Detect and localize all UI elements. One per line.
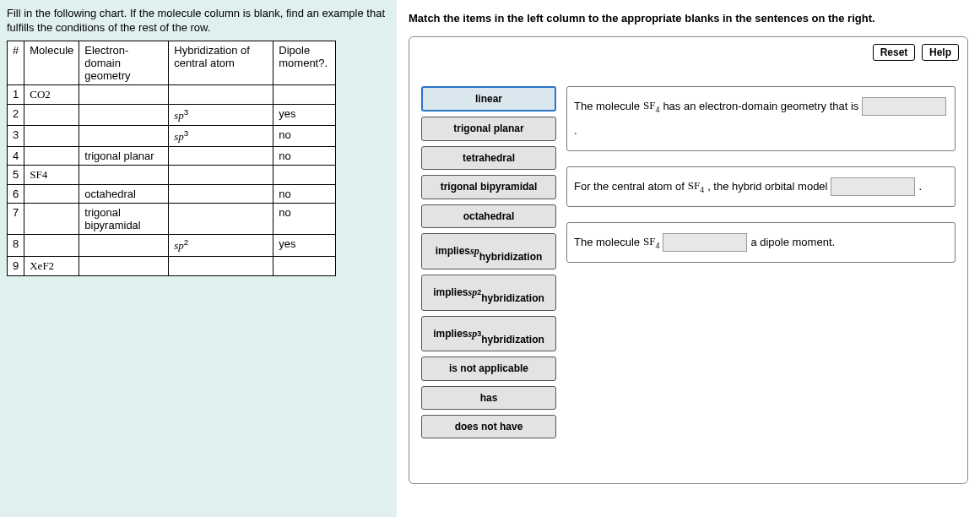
cell-num: 4 (8, 147, 24, 166)
cell-num: 6 (8, 185, 24, 204)
header-ed: Electron-domain geometry (79, 41, 169, 84)
cell-dip: yes (273, 235, 336, 256)
cell-dip (273, 166, 336, 185)
chart-table: # Molecule Electron-domain geometry Hybr… (7, 41, 336, 276)
s1-text-c: . (574, 121, 577, 142)
cell-dip (273, 256, 336, 275)
cell-ed (79, 126, 169, 147)
s3-text-b: a dipole moment. (750, 232, 835, 253)
cell-dip: no (273, 126, 336, 147)
table-row: 7trigonal bipyramidalno (8, 204, 336, 235)
cell-dip: yes (273, 104, 336, 125)
s1-text-a: The molecule (574, 96, 640, 117)
right-title: Match the items in the left column to th… (409, 12, 968, 24)
cell-hyb (169, 84, 273, 104)
cell-ed: octahedral (79, 185, 169, 204)
cell-ed (79, 104, 169, 125)
header-hyb: Hybridization of central atom (169, 41, 273, 84)
tile-implies-sp-hybridization[interactable]: implies sphybridization (421, 233, 556, 269)
tile-is-not-applicable[interactable]: is not applicable (421, 356, 556, 380)
top-buttons: Reset Help (869, 44, 959, 61)
cell-ed: trigonal bipyramidal (79, 204, 169, 235)
table-row: 5SF4 (8, 166, 336, 185)
cell-hyb (169, 185, 273, 204)
sentence-2: For the central atom of SF4 , the hybrid… (566, 166, 956, 207)
cell-num: 7 (8, 204, 24, 235)
table-row: 2sp3yes (8, 104, 336, 125)
cell-num: 2 (8, 104, 24, 125)
cell-hyb (169, 256, 273, 275)
cell-ed: trigonal planar (79, 147, 169, 166)
s2-text-a: For the central atom of (574, 177, 685, 198)
tile-trigonal-bipyramidal[interactable]: trigonal bipyramidal (421, 175, 556, 199)
table-row: 6octahedralno (8, 185, 336, 204)
cell-ed (79, 166, 169, 185)
cell-mol (24, 235, 79, 256)
header-row: # Molecule Electron-domain geometry Hybr… (8, 41, 336, 84)
cell-ed (79, 256, 169, 275)
left-prompt: Fill in the following chart. If the mole… (7, 7, 390, 35)
sentence-1-blank[interactable] (862, 97, 946, 116)
cell-num: 3 (8, 126, 24, 147)
header-num: # (8, 41, 24, 84)
cell-ed (79, 84, 169, 104)
cell-dip (273, 84, 336, 104)
sentence-3-blank[interactable] (663, 233, 747, 252)
sentence-3: The molecule SF4 a dipole moment. (566, 222, 956, 263)
tile-trigonal-planar[interactable]: trigonal planar (421, 117, 556, 140)
s2-text-b: , the hybrid orbital model (707, 177, 827, 198)
left-pane: Fill in the following chart. If the mole… (0, 0, 397, 517)
reset-button[interactable]: Reset (873, 44, 916, 61)
tile-has[interactable]: has (421, 386, 556, 410)
table-row: 9XeF2 (8, 256, 336, 275)
sentence-1: The molecule SF4 has an electron-domain … (566, 86, 956, 151)
cell-mol: CO2 (24, 84, 79, 104)
cell-dip: no (273, 147, 336, 166)
cell-hyb (169, 166, 273, 185)
header-mol: Molecule (24, 41, 79, 84)
cell-mol (24, 104, 79, 125)
cell-mol (24, 185, 79, 204)
cell-hyb: sp3 (169, 126, 273, 147)
s3-mol: SF4 (643, 231, 659, 253)
s1-text-b: has an electron-domain geometry that is (663, 96, 858, 117)
cell-mol (24, 147, 79, 166)
table-row: 1CO2 (8, 84, 336, 104)
tile-linear[interactable]: linear (421, 86, 556, 112)
tile-implies-sp2-hybridization[interactable]: implies sp2hybridization (421, 275, 556, 311)
help-button[interactable]: Help (922, 44, 959, 61)
cell-mol: SF4 (24, 166, 79, 185)
cell-hyb: sp3 (169, 104, 273, 125)
cell-num: 8 (8, 235, 24, 256)
header-dip: Dipole moment?. (273, 41, 336, 84)
right-pane: Match the items in the left column to th… (397, 0, 980, 517)
tiles-column: lineartrigonal planartetrahedraltrigonal… (421, 86, 556, 438)
tile-does-not-have[interactable]: does not have (421, 415, 556, 438)
cell-mol (24, 204, 79, 235)
table-row: 4trigonal planarno (8, 147, 336, 166)
work-area: Reset Help lineartrigonal planartetrahed… (409, 36, 968, 484)
cell-hyb (169, 204, 273, 235)
s2-mol: SF4 (688, 176, 704, 198)
cell-num: 5 (8, 166, 24, 185)
cell-mol (24, 126, 79, 147)
cell-dip: no (273, 185, 336, 204)
tile-implies-sp3-hybridization[interactable]: implies sp3hybridization (421, 316, 556, 352)
tile-octahedral[interactable]: octahedral (421, 204, 556, 228)
table-row: 3sp3no (8, 126, 336, 147)
tile-tetrahedral[interactable]: tetrahedral (421, 146, 556, 170)
cell-dip: no (273, 204, 336, 235)
s1-mol: SF4 (643, 95, 659, 117)
cell-mol: XeF2 (24, 256, 79, 275)
cell-num: 1 (8, 84, 24, 104)
cell-hyb (169, 147, 273, 166)
cell-ed (79, 235, 169, 256)
sentences-column: The molecule SF4 has an electron-domain … (566, 86, 956, 438)
s2-text-c: . (918, 177, 922, 198)
cell-hyb: sp2 (169, 235, 273, 256)
s3-text-a: The molecule (574, 232, 640, 253)
cell-num: 9 (8, 256, 24, 275)
sentence-2-blank[interactable] (831, 177, 915, 196)
table-row: 8sp2yes (8, 235, 336, 256)
